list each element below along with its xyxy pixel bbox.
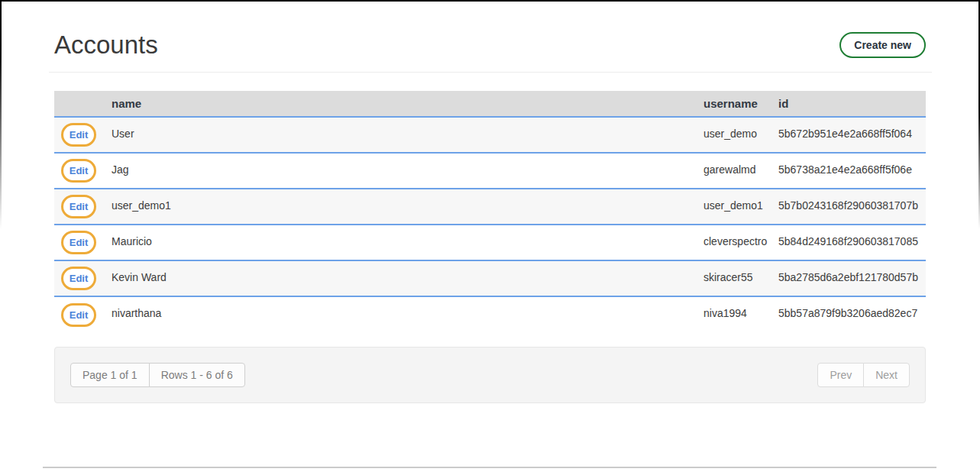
column-header-username: username xyxy=(703,91,778,117)
page-info: Page 1 of 1 xyxy=(70,363,150,387)
next-button[interactable]: Next xyxy=(863,363,910,387)
cell-name: Kevin Ward xyxy=(112,260,703,296)
footer-divider xyxy=(43,467,936,468)
pagination-info-group: Page 1 of 1 Rows 1 - 6 of 6 xyxy=(70,363,245,387)
cell-name: Jag xyxy=(112,153,703,189)
cell-username: user_demo xyxy=(703,117,778,153)
pagination-nav-group: Prev Next xyxy=(817,363,910,387)
prev-button[interactable]: Prev xyxy=(817,363,864,387)
edit-button[interactable]: Edit xyxy=(61,123,96,147)
cell-username: user_demo1 xyxy=(703,189,778,225)
window-border-top xyxy=(0,0,980,2)
header-divider xyxy=(49,72,932,73)
cell-id: 5b84d249168f290603817085 xyxy=(778,225,926,260)
table-row[interactable]: Edit Mauricio cleverspectro 5b84d249168f… xyxy=(54,225,926,260)
table-row[interactable]: Edit User user_demo 5b672b951e4e2a668ff5… xyxy=(54,117,926,153)
cell-id: 5bb57a879f9b3206aed82ec7 xyxy=(778,296,926,332)
cell-username: garewalmd xyxy=(703,153,778,189)
cell-name: User xyxy=(112,117,703,153)
cell-id: 5b672b951e4e2a668ff5f064 xyxy=(778,117,926,153)
table-row[interactable]: Edit Jag garewalmd 5b6738a21e4e2a668ff5f… xyxy=(54,153,926,189)
table-header-row: name username id xyxy=(54,91,926,117)
cell-username: niva1994 xyxy=(703,296,778,332)
window-border-left xyxy=(0,0,2,229)
edit-button[interactable]: Edit xyxy=(61,303,96,327)
edit-button[interactable]: Edit xyxy=(61,267,96,290)
column-header-id: id xyxy=(778,91,926,117)
cell-username: skiracer55 xyxy=(703,260,778,296)
pagination-bar: Page 1 of 1 Rows 1 - 6 of 6 Prev Next xyxy=(54,347,926,403)
table-row[interactable]: Edit Kevin Ward skiracer55 5ba2785d6a2eb… xyxy=(54,260,926,296)
cell-id: 5ba2785d6a2ebf121780d57b xyxy=(778,260,926,296)
edit-button[interactable]: Edit xyxy=(61,159,96,183)
edit-button[interactable]: Edit xyxy=(61,231,96,254)
column-header-actions xyxy=(54,91,112,117)
cell-username: cleverspectro xyxy=(703,225,778,260)
accounts-page: Accounts Create new name username id Edi… xyxy=(54,0,926,403)
cell-name: nivarthana xyxy=(112,296,703,332)
create-new-button[interactable]: Create new xyxy=(839,32,926,58)
page-title: Accounts xyxy=(54,31,158,60)
column-header-name: name xyxy=(112,91,703,117)
rows-info: Rows 1 - 6 of 6 xyxy=(149,363,245,387)
cell-id: 5b7b0243168f29060381707b xyxy=(778,189,926,225)
edit-button[interactable]: Edit xyxy=(61,195,96,218)
table-row[interactable]: Edit user_demo1 user_demo1 5b7b0243168f2… xyxy=(54,189,926,225)
cell-name: user_demo1 xyxy=(112,189,703,225)
page-header: Accounts Create new xyxy=(54,0,926,60)
cell-name: Mauricio xyxy=(112,225,703,260)
cell-id: 5b6738a21e4e2a668ff5f06e xyxy=(778,153,926,189)
accounts-table: name username id Edit User user_demo 5b6… xyxy=(54,91,926,332)
table-row[interactable]: Edit nivarthana niva1994 5bb57a879f9b320… xyxy=(54,296,926,332)
